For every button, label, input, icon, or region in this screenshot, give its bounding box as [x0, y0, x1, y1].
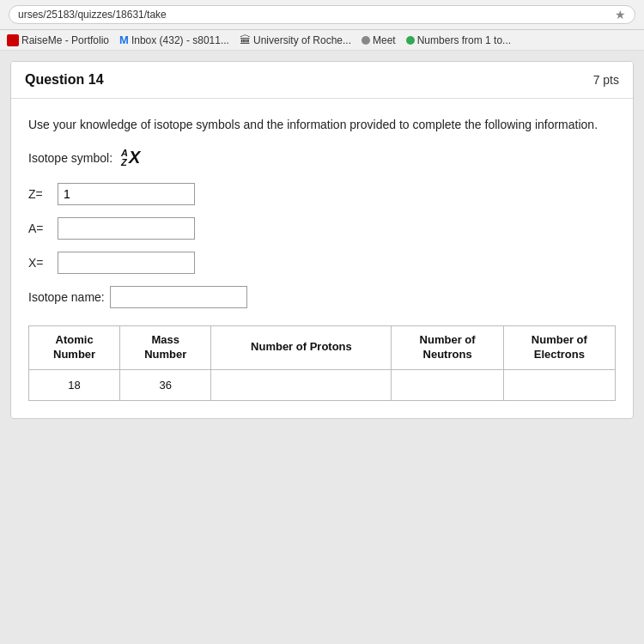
table-row: 18 36	[29, 369, 616, 400]
isotope-superscript: A	[121, 149, 128, 158]
bookmark-inbox-label: Inbox (432) - s8011...	[131, 34, 229, 46]
bookmark-star-icon[interactable]: ★	[615, 8, 626, 21]
cell-electrons	[503, 369, 615, 400]
raiseme-icon	[7, 34, 19, 46]
z-label: Z=	[28, 187, 52, 201]
bookmark-raiseme[interactable]: RaiseMe - Portfolio	[7, 34, 109, 46]
bookmark-raiseme-label: RaiseMe - Portfolio	[21, 34, 109, 46]
col-header-atomic-number: Atomic Number	[29, 326, 120, 370]
isotope-symbol-display: A Z X	[121, 148, 140, 167]
cell-protons	[211, 369, 392, 400]
bookmark-university[interactable]: 🏛 University of Roche...	[240, 33, 351, 46]
question-card: Question 14 7 pts Use your knowledge of …	[10, 61, 634, 419]
university-icon: 🏛	[240, 33, 251, 46]
page-content: Question 14 7 pts Use your knowledge of …	[0, 51, 644, 429]
z-input[interactable]	[58, 183, 195, 205]
col-header-electrons: Number of Electrons	[503, 326, 615, 370]
question-points: 7 pts	[593, 73, 619, 87]
data-table: Atomic Number Mass Number Number of Prot…	[28, 325, 616, 401]
isotope-symbol-label: Isotope symbol:	[28, 151, 112, 165]
meet-icon	[361, 36, 370, 45]
isotope-symbol-line: Isotope symbol: A Z X	[28, 148, 616, 167]
question-header: Question 14 7 pts	[11, 62, 633, 99]
isotope-element-letter: X	[129, 148, 140, 167]
address-bar[interactable]: urses/25183/quizzes/18631/take ★	[9, 5, 635, 24]
bookmark-inbox[interactable]: M Inbox (432) - s8011...	[119, 33, 229, 46]
a-input-row: A=	[28, 217, 616, 240]
url-text: urses/25183/quizzes/18631/take	[18, 9, 167, 21]
isotope-name-input[interactable]	[110, 286, 247, 308]
table-header-row: Atomic Number Mass Number Number of Prot…	[29, 326, 616, 370]
bookmark-meet-label: Meet	[373, 34, 396, 46]
cell-atomic-number: 18	[29, 369, 120, 400]
isotope-subscript: Z	[121, 158, 127, 167]
question-instruction: Use your knowledge of isotope symbols an…	[28, 116, 616, 134]
isotope-name-label: Isotope name:	[28, 290, 105, 304]
a-label: A=	[28, 222, 52, 235]
bookmark-university-label: University of Roche...	[253, 34, 351, 46]
numbers-icon	[406, 36, 415, 45]
x-input[interactable]	[58, 252, 195, 274]
col-header-mass-number: Mass Number	[120, 326, 211, 370]
col-header-neutrons: Number of Neutrons	[392, 326, 503, 370]
cell-mass-number: 36	[120, 369, 211, 400]
a-input[interactable]	[58, 217, 195, 240]
x-input-row: X=	[28, 252, 616, 274]
question-title: Question 14	[25, 72, 104, 88]
question-body: Use your knowledge of isotope symbols an…	[11, 99, 633, 418]
bookmark-numbers-label: Numbers from 1 to...	[417, 34, 511, 46]
browser-chrome: urses/25183/quizzes/18631/take ★ RaiseMe…	[0, 0, 644, 51]
col-header-protons: Number of Protons	[211, 326, 392, 370]
bookmarks-bar: RaiseMe - Portfolio M Inbox (432) - s801…	[0, 30, 644, 51]
z-input-row: Z=	[28, 183, 616, 205]
bookmark-meet[interactable]: Meet	[361, 34, 396, 46]
isotope-name-row: Isotope name:	[28, 286, 616, 308]
x-label: X=	[28, 256, 52, 270]
inbox-icon: M	[119, 33, 129, 46]
url-bar-container: urses/25183/quizzes/18631/take ★	[0, 0, 644, 30]
cell-neutrons	[392, 369, 503, 400]
bookmark-numbers[interactable]: Numbers from 1 to...	[406, 34, 511, 46]
